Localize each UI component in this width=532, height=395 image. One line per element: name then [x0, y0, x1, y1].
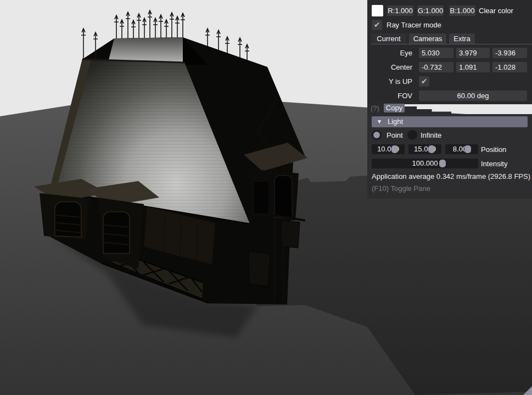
light-section-header[interactable]: ▼ Light [372, 116, 528, 127]
tab-extra[interactable]: Extra [449, 33, 475, 44]
infinite-label: Infinite [421, 130, 441, 140]
point-label: Point [387, 130, 403, 140]
light-position-y-slider[interactable]: 15.000 [408, 144, 441, 154]
slider-grab[interactable] [428, 145, 435, 153]
y-up-label: Y is UP [367, 76, 412, 87]
eye-x-field[interactable]: 5.030 [419, 48, 453, 58]
gablet-roof [108, 37, 184, 63]
dormer2-arch-window [103, 212, 130, 253]
tab-underline [371, 44, 532, 44]
bay-side-window [254, 181, 269, 214]
resize-grip[interactable] [523, 386, 532, 395]
sign2-body [248, 251, 270, 286]
slider-grab[interactable] [464, 145, 471, 153]
radio-dot [373, 132, 380, 138]
toggle-pane-hint: (F10) Toggle Pane [372, 184, 430, 193]
slider-grab[interactable] [391, 145, 398, 153]
slider-value: 100.000 [412, 159, 438, 167]
checkmark-icon: ✔ [421, 77, 428, 86]
slider-grab[interactable] [439, 160, 446, 167]
light-panel-window: ▼ Light Point Infinite 10.000 15.000 8.0… [367, 114, 532, 199]
eye-label: Eye [367, 48, 412, 58]
collapse-triangle-icon: ▼ [377, 116, 382, 127]
help-marker[interactable]: (?) [371, 104, 379, 114]
light-header-label: Light [388, 116, 403, 127]
light-position-x-slider[interactable]: 10.000 [372, 144, 405, 154]
center-x-field[interactable]: -0.732 [419, 62, 453, 72]
bay-arch-window [275, 176, 292, 218]
light-intensity-slider[interactable]: 100.000 [372, 159, 478, 168]
position-label: Position [481, 144, 506, 155]
blue-value-button[interactable]: B:1.000 [449, 5, 475, 16]
y-up-checkbox[interactable]: ✔ [419, 76, 429, 87]
point-light-radio[interactable] [372, 130, 382, 140]
center-label: Center [367, 62, 412, 72]
app-window: R:1.000 G:1.000 B:1.000 Clear color ✔ Ra… [0, 0, 532, 395]
checkmark-icon: ✔ [374, 20, 380, 29]
ray-tracer-checkbox[interactable]: ✔ [372, 20, 382, 30]
green-value-button[interactable]: G:1.000 [417, 5, 444, 16]
fps-stats-text: Application average 0.342 ms/frame (2926… [372, 172, 530, 180]
eye-y-field[interactable]: 3.979 [456, 48, 490, 58]
eye-z-field[interactable]: -3.936 [492, 48, 527, 58]
ray-tracer-label: Ray Tracer mode [387, 20, 441, 30]
tab-current[interactable]: Current [371, 33, 406, 44]
camera-panel-window: R:1.000 G:1.000 B:1.000 Clear color ✔ Ra… [367, 0, 532, 104]
center-y-field[interactable]: 1.091 [456, 62, 490, 72]
sign1-body [281, 221, 300, 248]
fov-slider[interactable]: 60.00 deg [419, 91, 527, 101]
infinite-light-radio[interactable] [407, 130, 417, 140]
red-value-button[interactable]: R:1.000 [387, 5, 413, 16]
intensity-label: Intensity [481, 159, 507, 169]
center-z-field[interactable]: -1.028 [492, 62, 527, 72]
fov-label: FOV [367, 91, 412, 101]
clear-color-label: Clear color [479, 5, 513, 16]
tab-cameras[interactable]: Cameras [409, 33, 446, 44]
light-position-z-slider[interactable]: 8.000 [445, 144, 478, 154]
copy-button[interactable]: Copy [384, 104, 405, 112]
clear-color-swatch[interactable] [372, 5, 383, 16]
